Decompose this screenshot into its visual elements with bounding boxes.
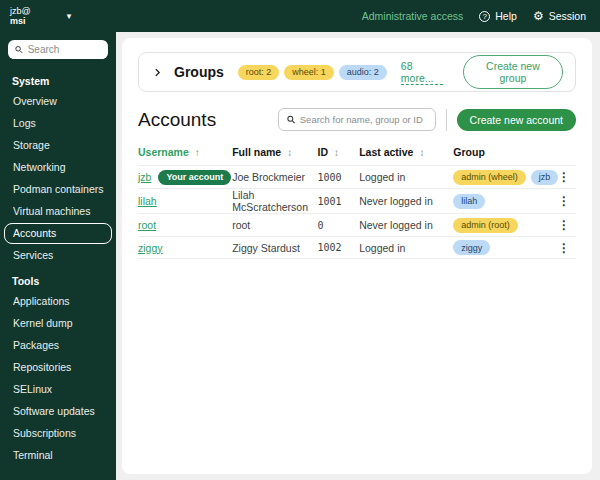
sidebar-item-terminal[interactable]: Terminal [4, 445, 112, 466]
group-badge-audio-2: audio: 2 [339, 65, 387, 80]
create-new-group-button[interactable]: Create new group [463, 55, 563, 89]
accounts-search[interactable] [278, 108, 436, 131]
kebab-menu-button[interactable]: ⋮ [552, 219, 576, 231]
group-cell: admin (root) [453, 218, 552, 233]
groups-title: Groups [174, 64, 224, 80]
username-cell: root [138, 219, 232, 231]
session-menu[interactable]: ⚙ Session [533, 10, 586, 22]
group-badge-admin-wheel-: admin (wheel) [453, 170, 526, 185]
sort-icon: ↕ [334, 147, 339, 158]
sort-icon: ↕ [419, 147, 424, 158]
main-content: Groups root: 2wheel: 1audio: 2 68 more..… [122, 38, 592, 474]
page-title: Accounts [138, 109, 278, 131]
table-row-jzb: jzbYour accountJoe Brockmeier1000Logged … [138, 165, 576, 188]
sidebar-nav: SystemOverviewLogsStorageNetworkingPodma… [0, 67, 116, 466]
group-badge-lilah: lilah [453, 194, 485, 209]
sidebar-item-overview[interactable]: Overview [4, 91, 112, 112]
group-cell: ziggy [453, 240, 552, 255]
group-cell: admin (wheel)jzb [453, 170, 552, 185]
full-name-cell: root [232, 219, 317, 231]
sidebar-item-accounts[interactable]: Accounts [4, 223, 112, 244]
column-label: Group [453, 146, 485, 158]
column-label: Last active [359, 146, 413, 158]
sidebar-item-packages[interactable]: Packages [4, 335, 112, 356]
username-link-lilah[interactable]: lilah [138, 195, 157, 207]
toolbar-divider [446, 109, 447, 131]
create-new-account-button[interactable]: Create new account [457, 109, 576, 131]
sidebar-item-virtual-machines[interactable]: Virtual machines [4, 201, 112, 222]
column-header-last-active[interactable]: Last active ↕ [359, 146, 453, 158]
sidebar-section-heading-tools: Tools [0, 267, 116, 290]
column-header-full-name[interactable]: Full name ↕ [232, 146, 317, 158]
sidebar-item-storage[interactable]: Storage [4, 135, 112, 156]
table-row-root: rootroot0Never logged inadmin (root)⋮ [138, 213, 576, 236]
group-badge-root-2: root: 2 [238, 65, 280, 80]
column-header-group: Group [453, 146, 552, 158]
last-active-cell: Never logged in [359, 219, 453, 231]
id-cell: 1002 [318, 242, 360, 253]
last-active-cell: Logged in [359, 242, 453, 254]
username-cell: ziggy [138, 242, 232, 254]
sidebar-item-subscriptions[interactable]: Subscriptions [4, 423, 112, 444]
username-link-jzb[interactable]: jzb [138, 171, 151, 183]
kebab-menu-button[interactable]: ⋮ [552, 242, 576, 254]
column-header-id[interactable]: ID ↕ [318, 146, 360, 158]
sidebar-item-podman-containers[interactable]: Podman containers [4, 179, 112, 200]
chevron-down-icon: ▾ [67, 11, 72, 21]
user-name: jzb@ [10, 6, 31, 17]
groups-more-link[interactable]: 68 more... [401, 60, 443, 85]
last-active-cell: Never logged in [359, 195, 453, 207]
table-row-ziggy: ziggyZiggy Stardust1002Logged inziggy⋮ [138, 236, 576, 259]
column-label: ID [318, 146, 329, 158]
accounts-table-header: Username ↑ Full name ↕ ID ↕ Last active … [138, 141, 576, 165]
user-menu[interactable]: jzb@ msi ▾ [0, 6, 71, 27]
sort-icon: ↕ [287, 147, 292, 158]
groups-badges: root: 2wheel: 1audio: 2 [238, 65, 387, 80]
sidebar-section-heading-system: System [0, 67, 116, 90]
sidebar-item-applications[interactable]: Applications [4, 291, 112, 312]
column-label: Username [138, 146, 189, 158]
username-link-root[interactable]: root [138, 219, 156, 231]
sidebar: SystemOverviewLogsStorageNetworkingPodma… [0, 32, 116, 480]
column-header-username[interactable]: Username ↑ [138, 146, 232, 158]
groups-expand-button[interactable] [151, 65, 164, 80]
host-name: msi [10, 16, 31, 27]
kebab-menu-button[interactable]: ⋮ [552, 171, 576, 183]
groups-panel: Groups root: 2wheel: 1audio: 2 68 more..… [138, 52, 576, 92]
last-active-cell: Logged in [359, 171, 453, 183]
your-account-badge: Your account [158, 170, 231, 185]
id-cell: 1000 [318, 172, 360, 183]
chevron-right-icon [153, 67, 162, 78]
sidebar-item-repositories[interactable]: Repositories [4, 357, 112, 378]
full-name-cell: Joe Brockmeier [232, 171, 317, 183]
sidebar-item-networking[interactable]: Networking [4, 157, 112, 178]
administrative-access-button[interactable]: Administrative access [362, 10, 464, 22]
group-badge-ziggy: ziggy [453, 240, 490, 255]
username-cell: jzbYour account [138, 170, 232, 185]
current-user-label: jzb@ msi [10, 6, 31, 27]
sidebar-item-kernel-dump[interactable]: Kernel dump [4, 313, 112, 334]
sidebar-search-input[interactable] [28, 44, 101, 55]
sidebar-item-selinux[interactable]: SELinux [4, 379, 112, 400]
column-label: Full name [232, 146, 281, 158]
help-menu[interactable]: ? Help [479, 10, 517, 22]
session-label: Session [549, 10, 586, 22]
masthead: jzb@ msi ▾ Administrative access ? Help … [0, 0, 600, 32]
sidebar-item-services[interactable]: Services [4, 245, 112, 266]
full-name-cell: Ziggy Stardust [232, 242, 317, 254]
sidebar-item-logs[interactable]: Logs [4, 113, 112, 134]
accounts-search-input[interactable] [300, 114, 427, 125]
gear-icon: ⚙ [533, 10, 544, 22]
search-icon [287, 115, 295, 124]
group-cell: lilah [453, 194, 552, 209]
group-badge-admin-root-: admin (root) [453, 218, 518, 233]
id-cell: 1001 [318, 196, 360, 207]
username-link-ziggy[interactable]: ziggy [138, 242, 163, 254]
help-label: Help [495, 10, 517, 22]
full-name-cell: Lilah McScratcherson [232, 189, 317, 213]
kebab-menu-button[interactable]: ⋮ [552, 195, 576, 207]
sidebar-search[interactable] [8, 40, 108, 59]
sidebar-item-software-updates[interactable]: Software updates [4, 401, 112, 422]
accounts-toolbar: Accounts Create new account [138, 108, 576, 131]
accounts-table: Username ↑ Full name ↕ ID ↕ Last active … [138, 141, 576, 259]
